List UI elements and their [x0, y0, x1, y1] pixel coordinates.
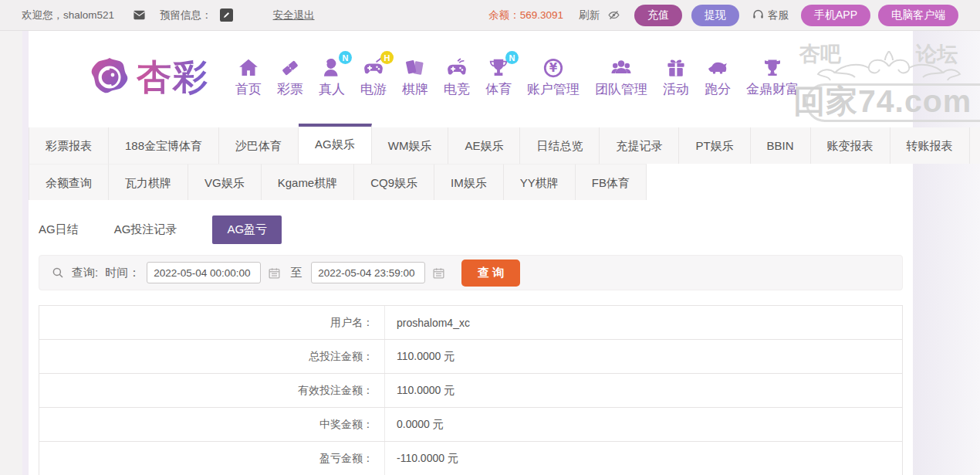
- hot-badge: H: [380, 51, 394, 64]
- search-icon: [51, 266, 65, 280]
- recharge-button[interactable]: 充值: [634, 5, 682, 26]
- table-row-winnings: 中奖金额： 0.0000 元: [39, 408, 902, 442]
- date-to-input[interactable]: [311, 262, 425, 283]
- subtab-ag-daily[interactable]: AG日结: [39, 222, 79, 237]
- tab-account-change-report[interactable]: 账变报表: [811, 127, 890, 164]
- tab-wali-chess[interactable]: 瓦力棋牌: [109, 164, 188, 200]
- esports-gamepad-icon: [445, 56, 468, 80]
- tab-yy-chess[interactable]: YY棋牌: [504, 164, 576, 200]
- row-label: 盈亏金额：: [39, 442, 385, 475]
- nav-label: 彩票: [277, 80, 303, 98]
- date-from-input[interactable]: [147, 262, 261, 283]
- cards-icon: [404, 56, 427, 80]
- nav-label: 账户管理: [527, 80, 580, 98]
- golden-tripod-icon: [761, 56, 784, 80]
- topbar: 欢迎您，shalom521 预留信息： 安全退出 余额：569.3091 刷新 …: [0, 0, 980, 31]
- nav-item-activity[interactable]: 活动: [663, 56, 689, 98]
- welcome-text: 欢迎您，shalom521: [22, 8, 114, 22]
- tab-pt-entertainment[interactable]: PT娱乐: [679, 127, 750, 164]
- row-label: 中奖金额：: [39, 408, 385, 441]
- logout-link[interactable]: 安全退出: [273, 8, 315, 22]
- tab-saba-sports[interactable]: 沙巴体育: [219, 127, 299, 164]
- lottery-ticket-icon: [279, 56, 302, 80]
- live-person-icon: N: [320, 56, 343, 80]
- tab-wm-entertainment[interactable]: WM娱乐: [372, 127, 449, 164]
- tab-lottery-report[interactable]: 彩票报表: [29, 127, 109, 164]
- tab-vg-entertainment[interactable]: VG娱乐: [188, 164, 262, 200]
- nav-label: 活动: [663, 80, 689, 98]
- report-tabs-row1: 彩票报表 188金宝博体育 沙巴体育 AG娱乐 WM娱乐 AE娱乐 日结总览 充…: [29, 124, 913, 164]
- row-value: -110.0000 元: [385, 442, 458, 475]
- site-logo[interactable]: 杏彩: [89, 54, 209, 100]
- tab-cq9-entertainment[interactable]: CQ9娱乐: [354, 164, 434, 200]
- edit-icon[interactable]: [220, 8, 233, 22]
- nav-label: 体育: [485, 80, 512, 98]
- calendar-icon[interactable]: [268, 266, 281, 280]
- headset-icon: [752, 8, 765, 22]
- nav-label: 电竞: [444, 80, 470, 98]
- tab-rebate-total[interactable]: 返点总额: [970, 127, 980, 164]
- row-value: proshalom4_xc: [385, 306, 470, 339]
- nav-label: 跑分: [705, 80, 731, 98]
- new-badge: N: [505, 51, 519, 64]
- table-row-username: 用户名： proshalom4_xc: [39, 306, 902, 340]
- nav-item-lottery[interactable]: 彩票: [277, 56, 303, 98]
- tab-balance-query[interactable]: 余额查询: [29, 164, 109, 200]
- balance-value: 569.3091: [520, 9, 563, 21]
- main-nav: 首页 彩票 N 真人 H 电游: [228, 56, 806, 98]
- logo-text: 杏彩: [137, 54, 209, 100]
- tab-deposit-withdraw-records[interactable]: 充提记录: [600, 127, 679, 164]
- tab-ae-entertainment[interactable]: AE娱乐: [448, 127, 520, 164]
- new-badge: N: [339, 51, 352, 64]
- nav-label: 棋牌: [402, 80, 428, 98]
- site-header: 杏吧 论坛 回家74.com: [29, 31, 913, 124]
- nav-item-live[interactable]: N 真人: [319, 56, 345, 98]
- nav-item-home[interactable]: 首页: [235, 56, 262, 98]
- query-label: 查询:: [72, 266, 98, 280]
- pc-client-button[interactable]: 电脑客户端: [878, 5, 958, 26]
- nav-item-wealth[interactable]: 金鼎财富: [746, 56, 799, 98]
- nav-item-esports[interactable]: 电竞: [444, 56, 470, 98]
- ag-subtabs: AG日结 AG投注记录 AG盈亏: [39, 215, 903, 244]
- refresh-button[interactable]: 刷新: [579, 8, 600, 22]
- table-row-total-bet: 总投注金额： 110.0000 元: [39, 340, 902, 374]
- calendar-icon[interactable]: [432, 266, 445, 280]
- nav-item-chess-cards[interactable]: 棋牌: [402, 56, 428, 98]
- table-row-profit-loss: 盈亏金额： -110.0000 元: [39, 442, 902, 475]
- row-label: 有效投注金额：: [39, 374, 385, 407]
- tab-fb-sports[interactable]: FB体育: [576, 164, 647, 200]
- tab-ag-entertainment[interactable]: AG娱乐: [299, 124, 372, 164]
- report-tabs-row2: 余额查询 瓦力棋牌 VG娱乐 Kgame棋牌 CQ9娱乐 IM娱乐 YY棋牌 F…: [29, 164, 913, 200]
- tab-transfer-report[interactable]: 转账报表: [890, 127, 970, 164]
- balance-label: 余额：: [488, 9, 520, 21]
- tab-kgame-chess[interactable]: Kgame棋牌: [262, 164, 355, 200]
- eye-off-icon[interactable]: [607, 8, 620, 22]
- nav-item-egame[interactable]: H 电游: [360, 56, 387, 98]
- nav-item-account-mgmt[interactable]: ¥ 账户管理: [527, 56, 580, 98]
- withdraw-button[interactable]: 提现: [691, 5, 739, 26]
- tab-im-entertainment[interactable]: IM娱乐: [434, 164, 504, 200]
- query-button[interactable]: 查 询: [461, 260, 520, 287]
- query-bar: 查询: 时间： 至 查 询: [39, 255, 903, 290]
- mail-icon[interactable]: [133, 8, 146, 22]
- nav-label: 金鼎财富: [746, 80, 799, 98]
- reserved-info-label: 预留信息：: [160, 8, 212, 22]
- nav-item-team-mgmt[interactable]: 团队管理: [595, 56, 647, 98]
- row-label: 用户名：: [39, 306, 385, 339]
- service-label: 客服: [768, 8, 789, 22]
- row-value: 0.0000 元: [385, 408, 444, 441]
- tab-bbin[interactable]: BBIN: [751, 127, 811, 164]
- gamepad-icon: H: [362, 56, 385, 80]
- nav-item-sports[interactable]: N 体育: [485, 56, 512, 98]
- subtab-ag-profit-loss[interactable]: AG盈亏: [212, 215, 282, 244]
- to-label: 至: [290, 266, 302, 280]
- customer-service[interactable]: 客服: [752, 8, 789, 22]
- tab-188-sports[interactable]: 188金宝博体育: [109, 127, 219, 164]
- subtab-ag-bet-records[interactable]: AG投注记录: [114, 222, 177, 237]
- mobile-app-button[interactable]: 手机APP: [801, 5, 870, 26]
- nav-item-paofen[interactable]: 跑分: [705, 56, 731, 98]
- nav-label: 真人: [319, 80, 345, 98]
- time-label: 时间：: [105, 266, 140, 280]
- tab-daily-summary[interactable]: 日结总览: [520, 127, 600, 164]
- table-row-valid-bet: 有效投注金额： 110.0000 元: [39, 374, 902, 408]
